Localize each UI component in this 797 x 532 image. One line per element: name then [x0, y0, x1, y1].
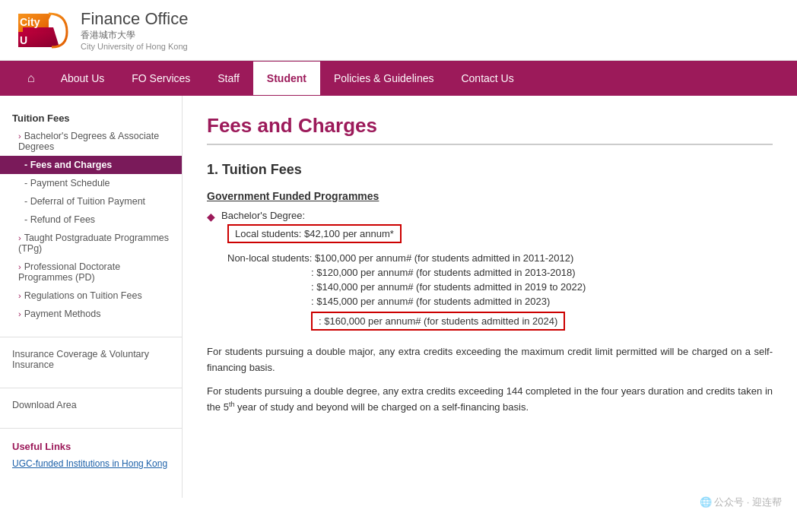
sidebar-download-section: Download Area [0, 396, 182, 414]
sidebar-section-label: Tuition Fees [0, 108, 182, 127]
sidebar-item-download[interactable]: Download Area [0, 396, 182, 414]
fee-2024-box: : $160,000 per annum# (for students admi… [311, 312, 565, 331]
chevron-icon-4: › [18, 291, 21, 300]
nonlocal-fee-block: Non-local students: $100,000 per annum# … [227, 251, 586, 335]
logo-area: City U Finance Office 香港城市大學 City Univer… [15, 9, 188, 51]
nav-staff[interactable]: Staff [204, 62, 253, 95]
sidebar-insurance-section: Insurance Coverage & Voluntary Insurance [0, 345, 182, 374]
bullet-icon: ◆ [207, 211, 215, 223]
useful-links-item-ugc[interactable]: UGC-funded Institutions in Hong Kong [0, 455, 182, 472]
sidebar-item-bachelor-degrees[interactable]: ›Bachelor's Degrees & Associate Degrees [0, 127, 182, 156]
sidebar-item-tpg[interactable]: ›Taught Postgraduate Programmes (TPg) [0, 229, 182, 258]
org-subtitle-en: City University of Hong Kong [81, 42, 188, 51]
title-divider [207, 144, 773, 145]
chevron-icon-3: › [18, 262, 21, 271]
sidebar-item-pd[interactable]: ›Professional Doctorate Programmes (PD) [0, 258, 182, 287]
fee-2024-highlighted: : $160,000 per annum# (for students admi… [311, 312, 586, 335]
nonlocal-fee-line: Non-local students: $100,000 per annum# … [227, 251, 586, 265]
note2-after: year of study and beyond will be charged… [234, 402, 529, 413]
useful-links-title: Useful Links [0, 436, 182, 455]
notes: For students pursuing a double major, an… [207, 344, 773, 416]
nav-about[interactable]: About Us [47, 62, 119, 95]
sidebar-item-insurance[interactable]: Insurance Coverage & Voluntary Insurance [0, 345, 182, 374]
org-title: Finance Office [81, 9, 188, 29]
page-title: Fees and Charges [207, 114, 773, 138]
policies-link[interactable]: Policies & Guidelines [320, 62, 448, 95]
gov-funded-label: Government Funded Programmes [207, 190, 773, 202]
home-link[interactable]: ⌂ [15, 61, 47, 96]
svg-text:U: U [20, 34, 27, 46]
fo-services-link[interactable]: FO Services [118, 62, 204, 95]
sidebar-item-fees-charges[interactable]: - Fees and Charges [0, 156, 182, 174]
local-fee-box: Local students: $42,100 per annum* [227, 224, 402, 243]
staff-link[interactable]: Staff [204, 62, 253, 95]
about-link[interactable]: About Us [47, 62, 119, 95]
nav-home[interactable]: ⌂ [15, 61, 47, 96]
chevron-icon: › [18, 131, 21, 141]
local-fee-highlighted: Local students: $42,100 per annum* [227, 224, 586, 248]
main-layout: Tuition Fees ›Bachelor's Degrees & Assoc… [0, 96, 797, 498]
fees-block: Government Funded Programmes ◆ Bachelor'… [207, 190, 773, 335]
nav-student[interactable]: Student [253, 62, 320, 95]
nav-contact[interactable]: Contact Us [447, 62, 527, 95]
fee-line-2023: : $145,000 per annum# (for students admi… [311, 294, 586, 309]
chevron-icon-5: › [18, 309, 21, 318]
student-link[interactable]: Student [253, 62, 320, 95]
sidebar-item-payment-schedule[interactable]: - Payment Schedule [0, 174, 182, 192]
sidebar-divider-1 [0, 337, 182, 337]
sidebar-useful-links-section: Useful Links UGC-funded Institutions in … [0, 436, 182, 472]
sidebar-item-refund[interactable]: - Refund of Fees [0, 211, 182, 229]
main-nav: ⌂ About Us FO Services Staff Student Pol… [0, 61, 797, 96]
sidebar-divider-3 [0, 428, 182, 429]
fee-line-2019: : $140,000 per annum# (for students admi… [311, 280, 586, 294]
nav-policies[interactable]: Policies & Guidelines [320, 62, 448, 95]
org-info: Finance Office 香港城市大學 City University of… [81, 9, 188, 51]
sidebar-item-payment-methods[interactable]: ›Payment Methods [0, 305, 182, 323]
bachelor-detail: Bachelor's Degree: Local students: $42,1… [221, 210, 586, 335]
org-subtitle-zh: 香港城市大學 [81, 29, 188, 42]
sidebar-item-deferral[interactable]: - Deferral of Tuition Payment [0, 192, 182, 211]
bachelor-label: Bachelor's Degree: [221, 210, 586, 221]
logo: City U [15, 11, 70, 50]
content-area: Fees and Charges 1. Tuition Fees Governm… [183, 96, 797, 498]
header: City U Finance Office 香港城市大學 City Univer… [0, 0, 797, 61]
chevron-icon-2: › [18, 233, 21, 242]
nav-fo-services[interactable]: FO Services [118, 62, 204, 95]
sidebar: Tuition Fees ›Bachelor's Degrees & Assoc… [0, 96, 183, 498]
section1-heading: 1. Tuition Fees [207, 162, 773, 178]
svg-text:City: City [20, 16, 40, 28]
note1: For students pursuing a double major, an… [207, 344, 773, 376]
sidebar-item-regulations[interactable]: ›Regulations on Tuition Fees [0, 287, 182, 305]
bachelor-entry: ◆ Bachelor's Degree: Local students: $42… [207, 210, 773, 335]
watermark: 🌐 公众号 · 迎连帮 [700, 496, 782, 498]
note2: For students pursuing a double degree, a… [207, 384, 773, 416]
sidebar-tuition-section: Tuition Fees ›Bachelor's Degrees & Assoc… [0, 108, 182, 323]
sidebar-divider-2 [0, 388, 182, 388]
contact-link[interactable]: Contact Us [447, 62, 527, 95]
fee-line-2013: : $120,000 per annum# (for students admi… [311, 265, 586, 280]
